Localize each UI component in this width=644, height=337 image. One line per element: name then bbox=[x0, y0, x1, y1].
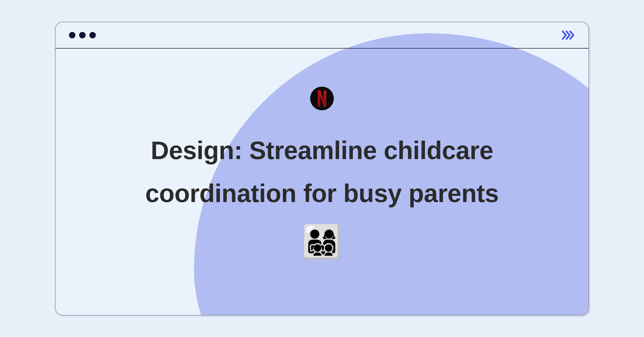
window-titlebar bbox=[56, 22, 588, 49]
brand-badge bbox=[310, 87, 334, 110]
triple-chevron-right-icon[interactable] bbox=[562, 30, 575, 40]
family-emoji-icon: 👨‍👩‍👧‍👦 bbox=[302, 223, 342, 261]
window-control-dot[interactable] bbox=[69, 32, 75, 38]
netflix-n-icon bbox=[317, 90, 327, 107]
traffic-lights bbox=[69, 32, 96, 38]
headline-text: Design: Streamline childcare coordinatio… bbox=[94, 129, 550, 215]
card-content: Design: Streamline childcare coordinatio… bbox=[56, 49, 588, 315]
window-control-dot[interactable] bbox=[79, 32, 86, 38]
window-control-dot[interactable] bbox=[89, 32, 96, 38]
browser-window-frame: Design: Streamline childcare coordinatio… bbox=[55, 22, 589, 316]
